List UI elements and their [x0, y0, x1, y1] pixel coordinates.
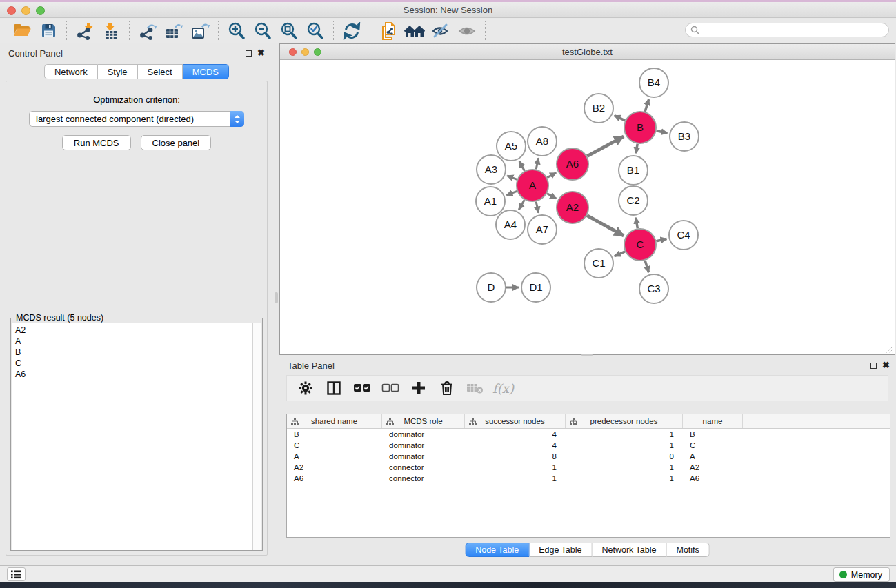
table-row[interactable]: Cdominator41C	[287, 440, 890, 451]
table-cell[interactable]: 1	[566, 429, 683, 440]
graph-edge[interactable]	[615, 116, 626, 121]
graph-edge[interactable]	[519, 161, 525, 171]
table-cell[interactable]: A	[683, 451, 743, 462]
network-canvas[interactable]: B4B2BB3A8A5A6A3B1AA1C2A2A4A7C4CC1DD1C3	[280, 60, 895, 354]
table-cell[interactable]: 4	[465, 440, 566, 451]
save-icon[interactable]	[35, 21, 61, 41]
graph-edge[interactable]	[657, 131, 668, 133]
tab-motifs[interactable]: Motifs	[666, 543, 709, 557]
result-list-scrollbar[interactable]	[252, 323, 261, 550]
column-header[interactable]: MCDS role	[382, 414, 465, 428]
node-table[interactable]: shared nameMCDS rolesuccessor nodesprede…	[286, 414, 890, 538]
task-history-button[interactable]	[7, 567, 26, 581]
gear-icon[interactable]	[292, 377, 318, 399]
list-item[interactable]: A2	[15, 325, 252, 336]
graph-edge[interactable]	[587, 216, 624, 236]
tab-network[interactable]: Network	[44, 64, 98, 79]
optimization-criterion-select[interactable]: largest connected component (directed)	[29, 111, 244, 127]
list-item[interactable]: A6	[15, 369, 252, 380]
table-cell[interactable]: B	[683, 429, 743, 440]
graph-edge[interactable]	[536, 201, 539, 212]
table-cell[interactable]: dominator	[382, 451, 465, 462]
table-cell[interactable]: 1	[465, 462, 566, 473]
first-neighbors-icon[interactable]	[401, 21, 428, 41]
zoom-out-icon[interactable]	[250, 21, 276, 41]
list-item[interactable]: A	[15, 336, 252, 347]
table-cell[interactable]: A	[287, 451, 382, 462]
list-item[interactable]: C	[15, 358, 252, 369]
select-all-icon[interactable]	[349, 377, 375, 399]
deselect-all-icon[interactable]	[377, 377, 403, 399]
new-network-from-selection-icon[interactable]	[375, 21, 401, 41]
columns-icon[interactable]	[321, 377, 346, 399]
table-cell[interactable]: A6	[287, 473, 382, 484]
table-float-panel-icon[interactable]	[870, 363, 877, 369]
graph-edge[interactable]	[587, 136, 624, 156]
graph-edge[interactable]	[615, 252, 625, 256]
hide-selected-icon[interactable]	[428, 21, 454, 41]
graph-edge[interactable]	[536, 158, 539, 169]
tab-node-table[interactable]: Node Table	[465, 543, 529, 557]
table-cell[interactable]: dominator	[382, 440, 465, 451]
zoom-in-icon[interactable]	[223, 21, 250, 41]
export-image-icon[interactable]	[187, 21, 213, 41]
graph-edge[interactable]	[645, 99, 649, 112]
close-panel-button[interactable]: Close panel	[141, 135, 212, 150]
graph-edge[interactable]	[645, 261, 648, 272]
open-folder-icon[interactable]	[9, 21, 35, 41]
refresh-icon[interactable]	[339, 21, 365, 41]
table-row[interactable]: A6connector11A6	[287, 473, 890, 484]
table-cell[interactable]: C	[683, 440, 743, 451]
column-header[interactable]: shared name	[287, 414, 382, 428]
export-network-icon[interactable]	[135, 21, 161, 41]
table-cell[interactable]: 1	[465, 473, 566, 484]
graph-edge[interactable]	[507, 176, 517, 179]
column-header[interactable]: successor nodes	[465, 414, 566, 428]
table-cell[interactable]: A2	[683, 462, 743, 473]
import-table-icon[interactable]	[98, 21, 124, 41]
table-cell[interactable]: B	[287, 429, 382, 440]
table-cell[interactable]: connector	[382, 462, 465, 473]
table-cell[interactable]: C	[287, 440, 382, 451]
vertical-splitter-handle[interactable]	[275, 292, 278, 303]
table-row[interactable]: A2connector11A2	[287, 462, 890, 473]
graph-edge[interactable]	[656, 239, 666, 241]
trash-icon[interactable]	[434, 377, 459, 399]
resize-grip-icon[interactable]	[885, 345, 894, 354]
table-cell[interactable]: dominator	[382, 429, 465, 440]
tab-network-table[interactable]: Network Table	[593, 543, 667, 557]
graph-edge[interactable]	[636, 144, 637, 154]
add-icon[interactable]	[406, 377, 431, 399]
table-cell[interactable]: 8	[465, 451, 566, 462]
graph-edge[interactable]	[506, 191, 517, 195]
network-window-titlebar[interactable]: testGlobe.txt	[280, 44, 895, 60]
table-row[interactable]: Adominator80A	[287, 451, 890, 462]
graph-edge[interactable]	[547, 194, 556, 199]
graph-edge[interactable]	[636, 218, 637, 229]
table-row[interactable]: Bdominator41B	[287, 429, 890, 440]
run-mcds-button[interactable]: Run MCDS	[62, 135, 131, 150]
tab-style[interactable]: Style	[98, 64, 138, 79]
table-close-panel-icon[interactable]: ✖	[882, 362, 890, 369]
table-cell[interactable]: 1	[566, 440, 683, 451]
tab-edge-table[interactable]: Edge Table	[529, 543, 592, 557]
graph-edge[interactable]	[547, 173, 556, 178]
column-header[interactable]: predecessor nodes	[566, 414, 683, 428]
tab-select[interactable]: Select	[138, 64, 183, 79]
float-panel-icon[interactable]	[246, 50, 252, 57]
show-all-icon[interactable]	[454, 21, 480, 41]
close-panel-icon[interactable]: ✖	[257, 50, 265, 57]
zoom-selected-icon[interactable]	[302, 21, 328, 41]
table-cell[interactable]: 4	[465, 429, 566, 440]
list-item[interactable]: B	[15, 347, 252, 358]
export-table-icon[interactable]	[161, 21, 187, 41]
table-cell[interactable]: 0	[566, 451, 683, 462]
import-network-icon[interactable]	[72, 21, 98, 41]
memory-button[interactable]: Memory	[833, 567, 890, 582]
table-cell[interactable]: A2	[287, 462, 382, 473]
table-cell[interactable]: connector	[382, 473, 465, 484]
table-cell[interactable]: 1	[566, 473, 683, 484]
tab-mcds[interactable]: MCDS	[183, 64, 229, 79]
table-cell[interactable]: A6	[683, 473, 743, 484]
search-input[interactable]	[685, 23, 889, 37]
